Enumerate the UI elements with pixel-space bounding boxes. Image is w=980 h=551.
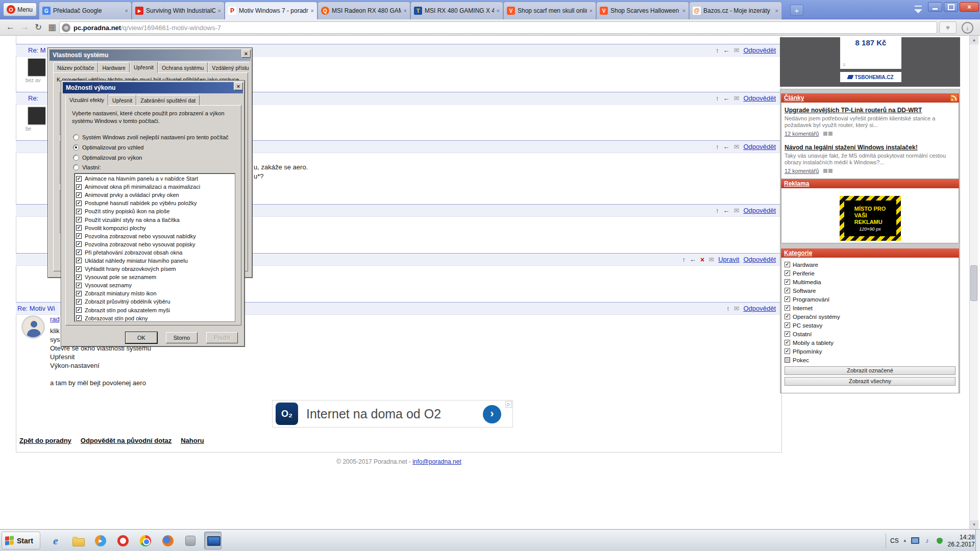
article-title-link[interactable]: Návod na legální stažení Windows instala… (785, 144, 918, 151)
edit-link[interactable]: Upravit (718, 256, 739, 263)
back-arrow-icon[interactable] (723, 94, 729, 102)
radio-icon[interactable] (73, 134, 79, 140)
checkbox-icon[interactable] (76, 209, 82, 214)
dialog-tab[interactable]: Vzdálený přístup (208, 62, 249, 73)
visual-effect-item[interactable]: Zobrazovat stín pod okny (76, 314, 235, 322)
up-arrow-icon[interactable] (726, 305, 730, 312)
category-item[interactable]: Ostatní (785, 330, 955, 338)
visual-effect-item[interactable]: Vyhladit hrany obrazovkových písem (76, 265, 235, 273)
category-item[interactable]: Periferie (785, 269, 955, 278)
article-comments-link[interactable]: 12 komentářů (785, 168, 819, 174)
download-icon[interactable] (962, 22, 973, 34)
show-categories-button[interactable]: Zobrazit označené (785, 366, 955, 375)
checkbox-icon[interactable] (76, 233, 82, 239)
checkbox-icon[interactable] (785, 331, 790, 337)
quick-launch-button[interactable] (47, 532, 64, 549)
ok-button[interactable]: OK (126, 332, 157, 343)
checkbox-icon[interactable] (785, 348, 790, 354)
visual-effect-item[interactable]: Při přetahování zobrazovat obsah okna (76, 248, 235, 257)
reply-link[interactable]: Odpovědět (743, 305, 776, 312)
bottom-nav-link[interactable]: Zpět do poradny (19, 437, 71, 444)
visual-effect-item[interactable]: Zobrazit stín pod ukazatelem myši (76, 306, 235, 314)
category-item[interactable]: Internet (785, 304, 955, 312)
minimize-button[interactable] (928, 2, 942, 12)
browser-tab[interactable]: Překladač Google (39, 2, 132, 19)
browser-tab[interactable]: Shop Scarves Halloween Skul (596, 2, 689, 19)
avatar[interactable] (27, 106, 46, 126)
dialog-titlebar[interactable]: Možnosti výkonu (63, 82, 243, 93)
checkbox-icon[interactable] (785, 314, 790, 319)
avatar[interactable] (21, 315, 45, 339)
bottom-nav-link[interactable]: Odpovědět na původní dotaz (81, 437, 172, 444)
back-button[interactable] (6, 22, 15, 32)
ad-arrow-icon[interactable] (483, 405, 501, 423)
opera-menu-button[interactable]: Menu (3, 3, 37, 16)
back-arrow-icon[interactable] (690, 256, 696, 263)
checkbox-icon[interactable] (76, 291, 82, 296)
category-item[interactable]: Multimedia (785, 278, 955, 286)
dialog-tab[interactable]: Zabránění spuštění dat (136, 95, 200, 106)
category-item[interactable]: Připomínky (785, 347, 955, 356)
browser-tab[interactable]: Motiv Windows 7 - poradna.n (225, 2, 317, 19)
visual-effect-item[interactable]: Použít vizuální styly na okna a tlačítka (76, 215, 235, 223)
close-icon[interactable] (241, 49, 251, 58)
back-arrow-icon[interactable] (723, 207, 729, 214)
reply-link[interactable]: Odpovědět (743, 94, 776, 102)
network-icon[interactable] (911, 537, 919, 545)
visual-effect-item[interactable]: Vysouvat pole se seznamem (76, 273, 235, 281)
category-item[interactable]: Mobily a tablety (785, 338, 955, 347)
url-field[interactable]: pc.poradna.net /q/view/1694661-motiv-win… (59, 21, 937, 34)
radio-option[interactable]: Optimalizovat pro výkon (73, 153, 142, 162)
radio-option[interactable]: Optimalizovat pro vzhled (73, 143, 143, 152)
checkbox-icon[interactable] (76, 299, 82, 305)
visual-effect-item[interactable]: Animovat okna při minimalizaci a maximal… (76, 183, 235, 191)
bottom-nav-link[interactable]: Nahoru (181, 437, 204, 444)
mail-icon[interactable] (733, 143, 739, 151)
quick-launch-button[interactable] (159, 532, 177, 549)
browser-tab[interactable]: MSI Radeon RX 480 GAMING (317, 2, 410, 19)
cancel-button[interactable]: Storno (166, 332, 198, 343)
tab-close-icon[interactable] (497, 8, 500, 14)
up-arrow-icon[interactable] (716, 143, 719, 151)
reply-link[interactable]: Odpovědět (743, 143, 776, 151)
checkbox-icon[interactable] (785, 262, 790, 267)
visual-effect-item[interactable]: Animace na hlavním panelu a v nabídce St… (76, 174, 235, 183)
avatar[interactable] (27, 58, 46, 77)
tab-close-icon[interactable] (590, 8, 593, 14)
tab-close-icon[interactable] (775, 8, 778, 14)
dialog-tab[interactable]: Upřesnit (130, 62, 158, 73)
quick-launch-button[interactable] (182, 532, 199, 549)
adchoices-icon[interactable] (505, 401, 512, 408)
tab-list-chevron-icon[interactable] (913, 5, 925, 14)
bookmark-heart-icon[interactable] (939, 21, 957, 34)
language-indicator[interactable]: CS (890, 537, 899, 544)
shop-ad[interactable]: 8 187 Kč = TSBOHEMIA.CZ (780, 37, 960, 87)
visual-effect-item[interactable]: Animovat prvky a ovládací prvky oken (76, 191, 235, 199)
checkbox-icon[interactable] (785, 357, 790, 363)
checkbox-icon[interactable] (76, 225, 82, 231)
up-arrow-icon[interactable] (682, 256, 686, 263)
reply-link[interactable]: Odpovědět (743, 46, 776, 54)
quick-launch-button[interactable] (204, 532, 222, 549)
visual-effect-item[interactable]: Postupné hasnutí nabídek po výběru polož… (76, 199, 235, 207)
tab-close-icon[interactable] (125, 8, 128, 14)
quick-launch-button[interactable] (137, 532, 154, 549)
checkbox-icon[interactable] (785, 340, 790, 345)
category-item[interactable]: Programování (785, 295, 955, 304)
dialog-tab[interactable]: Hardware (98, 62, 130, 73)
tab-close-icon[interactable] (218, 8, 221, 14)
visual-effect-item[interactable]: Ukládat náhledy miniatur hlavního panelu (76, 257, 235, 265)
antivirus-icon[interactable] (936, 537, 944, 545)
category-item[interactable]: Software (785, 286, 955, 295)
checkbox-icon[interactable] (76, 266, 82, 272)
dialog-titlebar[interactable]: Vlastnosti systému (50, 49, 251, 61)
new-tab-button[interactable] (790, 5, 803, 16)
clock[interactable]: 14:28 26.2.2017 (948, 534, 975, 548)
scroll-up-icon[interactable] (970, 36, 978, 44)
forward-button[interactable] (20, 22, 29, 32)
mail-icon[interactable] (733, 305, 739, 312)
post-title-link[interactable]: Re: M (28, 46, 46, 54)
page-scrollbar[interactable] (969, 36, 978, 529)
post-title-link[interactable]: Re: Motiv Wi (17, 305, 55, 312)
up-arrow-icon[interactable] (716, 46, 719, 54)
